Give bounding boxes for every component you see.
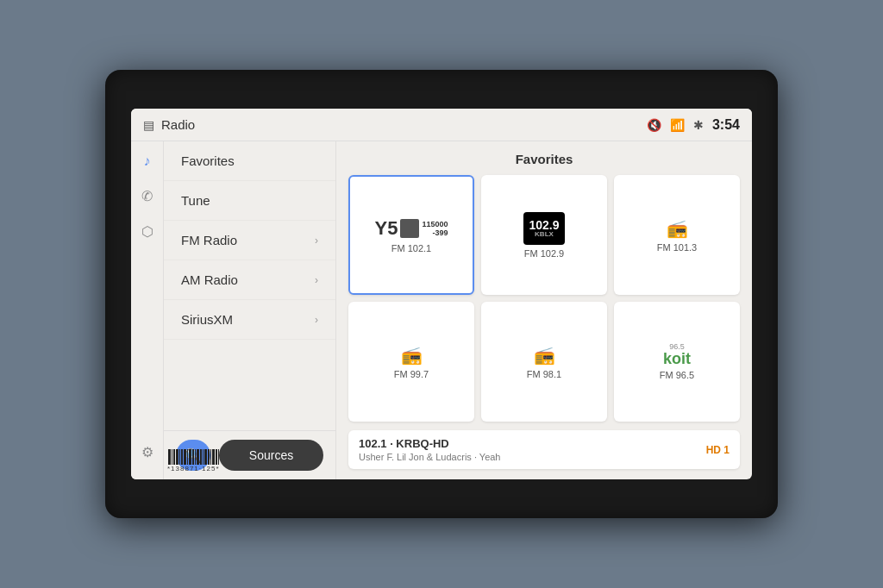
- barcode-bar: [187, 449, 188, 465]
- phone-icon[interactable]: ✆: [141, 188, 153, 204]
- screen-title: Radio: [161, 117, 195, 132]
- favorite-fm965[interactable]: 96.5 koit FM 96.5: [614, 302, 740, 422]
- now-playing-track: Usher F. Lil Jon & Ludacris · Yeah: [359, 452, 500, 462]
- qr-code: [400, 219, 419, 238]
- barcode-bar: [176, 449, 178, 465]
- bluetooth-icon: ✱: [693, 118, 704, 132]
- station-label-6: FM 96.5: [660, 370, 694, 380]
- favorite-fm997[interactable]: 📻 FM 99.7: [348, 302, 474, 422]
- nav-label-fm-radio: FM Radio: [181, 233, 237, 247]
- station-label-3: FM 101.3: [657, 242, 697, 253]
- car-display-unit: ▤ Radio 🔇 📶 ✱ 3:54 ♪ ✆ ⬡ ⚙ Favori: [105, 70, 778, 518]
- barcode-bar: [218, 449, 219, 465]
- now-playing-bar: 102.1 · KRBQ-HD Usher F. Lil Jon & Ludac…: [348, 430, 740, 469]
- nav-item-tune[interactable]: Tune: [164, 181, 335, 221]
- favorites-heading: Favorites: [348, 152, 740, 166]
- barcode-bar: [197, 449, 199, 465]
- barcode-bar: [210, 449, 211, 465]
- favorite-fm1029[interactable]: 102.9 KBLX FM 102.9: [481, 175, 607, 295]
- station-label-2: FM 102.9: [524, 248, 564, 259]
- barcode-bar: [189, 449, 191, 465]
- barcode-bar: [212, 449, 215, 465]
- freq-offset: -399: [432, 228, 448, 237]
- radio-station-icon-5: 📻: [534, 345, 555, 366]
- barcode-bar: [195, 449, 196, 465]
- header-left: ▤ Radio: [143, 117, 195, 132]
- signal-icon: 📶: [670, 118, 685, 132]
- barcode-area: *138871·125*: [167, 449, 220, 472]
- now-playing-station: 102.1 · KRBQ-HD: [359, 437, 500, 450]
- freq-data: 115000 -399: [422, 220, 448, 237]
- favorite-fm981[interactable]: 📻 FM 98.1: [481, 302, 607, 422]
- favorite-fm1021[interactable]: Y5 115000 -399 FM 102.1: [348, 175, 474, 295]
- barcode-bar: [216, 449, 217, 465]
- barcode-bar: [168, 449, 171, 465]
- status-icons: 🔇 📶 ✱ 3:54: [647, 117, 740, 133]
- sidebar-icons-strip: ♪ ✆ ⬡ ⚙: [131, 141, 164, 479]
- favorite-fm1013[interactable]: 📻 FM 101.3: [614, 175, 740, 295]
- barcode-bar: [208, 449, 210, 465]
- barcode-bar: [172, 449, 172, 465]
- barcode-number: *138871·125*: [167, 465, 220, 472]
- koit-station-logo: 96.5 koit: [663, 343, 691, 366]
- barcode-bar: [203, 449, 204, 465]
- barcode-bar: [181, 449, 183, 465]
- header-bar: ▤ Radio 🔇 📶 ✱ 3:54: [131, 109, 752, 141]
- barcode-bar: [173, 449, 175, 465]
- station-logo-102-9: 102.9 KBLX: [523, 212, 565, 245]
- settings-icon[interactable]: ⚙: [141, 444, 153, 460]
- y5-station-display: Y5 115000 -399: [375, 217, 448, 240]
- now-playing-info: 102.1 · KRBQ-HD Usher F. Lil Jon & Ludac…: [359, 437, 500, 462]
- nav-label-tune: Tune: [181, 193, 210, 208]
- barcode-bar: [192, 449, 194, 465]
- hd-badge: HD 1: [706, 444, 730, 456]
- music-icon[interactable]: ♪: [144, 153, 151, 169]
- nav-label-favorites: Favorites: [181, 153, 235, 168]
- nav-item-am-radio[interactable]: AM Radio ›: [164, 260, 335, 300]
- station-label-1: FM 102.1: [391, 243, 431, 253]
- station-label-5: FM 98.1: [527, 369, 561, 379]
- radio-icon: ▤: [143, 118, 154, 132]
- barcode-bar: [200, 449, 202, 465]
- station-label-4: FM 99.7: [394, 369, 429, 379]
- barcode-image: [168, 449, 219, 465]
- infotainment-screen: ▤ Radio 🔇 📶 ✱ 3:54 ♪ ✆ ⬡ ⚙ Favori: [131, 109, 752, 479]
- nav-arrow-sirius: ›: [315, 314, 318, 326]
- sources-button[interactable]: Sources: [219, 440, 323, 471]
- favorites-grid: Y5 115000 -399 FM 102.1: [348, 175, 740, 422]
- left-navigation: Favorites Tune FM Radio › AM Radio › Sir…: [164, 141, 336, 479]
- nav-label-siriusxm: SiriusXM: [181, 312, 233, 327]
- nav-arrow-am: ›: [315, 274, 318, 286]
- main-content: ♪ ✆ ⬡ ⚙ Favorites Tune FM Radio › AM Rad…: [131, 141, 752, 479]
- right-content-area: Favorites Y5 115000 -399 FM 102.1: [336, 141, 752, 479]
- clock: 3:54: [712, 117, 740, 133]
- nav-arrow-fm: ›: [315, 235, 318, 247]
- barcode-bar: [184, 449, 186, 465]
- freq-number: 115000: [422, 220, 448, 228]
- barcode-bar: [179, 449, 180, 465]
- sources-label: Sources: [249, 448, 293, 462]
- barcode-bar: [204, 449, 207, 465]
- mute-icon: 🔇: [647, 118, 661, 132]
- nav-item-fm-radio[interactable]: FM Radio ›: [164, 221, 335, 260]
- car-icon[interactable]: ⬡: [141, 223, 153, 240]
- radio-station-icon-3: 📻: [667, 218, 688, 239]
- nav-label-am-radio: AM Radio: [181, 272, 238, 287]
- nav-item-favorites[interactable]: Favorites: [164, 141, 335, 181]
- radio-station-icon-4: 📻: [401, 345, 423, 366]
- nav-item-siriusxm[interactable]: SiriusXM ›: [164, 300, 335, 340]
- y5-logo: Y5: [375, 217, 398, 240]
